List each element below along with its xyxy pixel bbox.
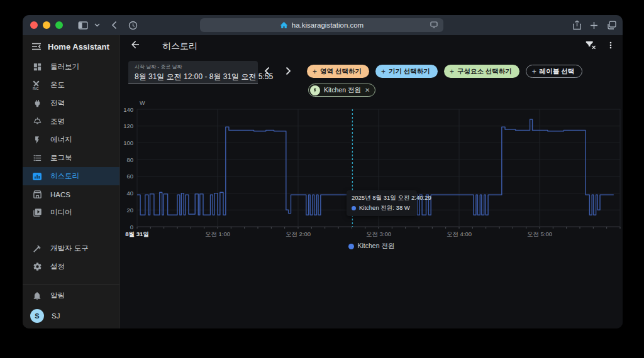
main-content: 히스토리 시작 날짜 - 종료 날짜 8월 31일 오전 12:00 - 8월 … — [120, 35, 623, 328]
plus-icon: + — [381, 67, 386, 76]
new-tab-icon[interactable] — [590, 21, 598, 30]
page-title: 히스토리 — [162, 41, 197, 52]
thermostat-rc-icon: R/C — [31, 80, 43, 91]
sidebar-item-light[interactable]: 조명 — [23, 112, 119, 131]
list-bulleted-icon — [31, 153, 43, 164]
previous-period-button[interactable] — [264, 67, 277, 75]
select-label-chip[interactable]: + 레이블 선택 — [526, 65, 582, 78]
media-play-box-icon — [31, 207, 43, 219]
series-dot — [352, 206, 356, 210]
chart-tooltip: 2025년 8월 31일 오전 2:40:29 Kitchen 전원: 38 W — [347, 190, 417, 216]
kitchen-power-entity-chip[interactable]: Kitchen 전원 ✕ — [308, 84, 375, 97]
svg-text:R/C: R/C — [33, 87, 39, 90]
sidebar-item-temperature[interactable]: R/C 온도 — [23, 76, 119, 94]
dashboard-icon — [31, 62, 43, 73]
menu-open-icon[interactable] — [31, 43, 42, 50]
svg-text:W: W — [140, 100, 145, 106]
ceiling-light-icon — [31, 116, 43, 127]
sidebar-item-developer-tools[interactable]: 개발자 도구 — [23, 239, 119, 258]
svg-text:60: 60 — [126, 173, 133, 180]
svg-text:0: 0 — [130, 224, 133, 231]
date-range-label: 시작 날짜 - 종료 날짜 — [135, 63, 252, 70]
sidebar-item-energy[interactable]: 에너지 — [23, 131, 119, 149]
browser-toolbar: ha.kisaragistation.com — [23, 15, 623, 35]
tooltip-value: Kitchen 전원: 38 W — [359, 204, 410, 212]
sidebar: Home Assistant 둘러보기 R/C 온도 전력 조명 — [23, 35, 120, 328]
hammer-icon — [31, 243, 43, 254]
history-chart-icon — [31, 171, 43, 182]
history-clock-icon[interactable] — [128, 21, 138, 30]
sidebar-item-power[interactable]: 전력 — [23, 94, 119, 112]
sidebar-spacer — [23, 222, 119, 239]
svg-text:오전 3:00: 오전 3:00 — [366, 231, 391, 237]
svg-text:오전 1:00: 오전 1:00 — [205, 231, 230, 237]
flash-icon — [310, 85, 320, 95]
sidebar-toggle-icon[interactable] — [78, 21, 88, 30]
filter-remove-icon[interactable] — [586, 40, 597, 51]
next-period-button[interactable] — [286, 67, 298, 75]
svg-text:8월 31일: 8월 31일 — [125, 231, 149, 237]
select-device-chip[interactable]: + 기기 선택하기 — [375, 65, 438, 78]
traffic-lights — [30, 21, 63, 29]
sidebar-item-overview[interactable]: 둘러보기 — [23, 58, 119, 76]
home-assistant-favicon — [280, 21, 288, 29]
sidebar-item-settings[interactable]: 설정 — [23, 258, 119, 276]
sidebar-item-hacs[interactable]: HACS — [23, 185, 119, 203]
filter-chips: + 영역 선택하기 + 기기 선택하기 + 구성요소 선택하기 + 레이블 선택 — [307, 65, 582, 78]
gear-icon — [31, 261, 43, 273]
svg-text:오전 2:00: 오전 2:00 — [286, 231, 311, 237]
share-icon[interactable] — [573, 20, 581, 30]
svg-text:100: 100 — [123, 139, 133, 146]
lightning-bolt-icon — [31, 134, 43, 146]
svg-text:오전 5:00: 오전 5:00 — [527, 231, 552, 237]
svg-text:80: 80 — [126, 156, 133, 163]
back-button[interactable] — [130, 39, 141, 50]
sidebar-divider — [23, 285, 119, 285]
sidebar-item-notifications[interactable]: 알림 — [23, 286, 119, 305]
svg-text:120: 120 — [123, 122, 133, 129]
svg-text:20: 20 — [126, 207, 133, 214]
svg-text:40: 40 — [126, 190, 133, 197]
screen: ha.kisaragistation.com — [0, 0, 644, 358]
power-plug-icon — [31, 98, 43, 109]
plus-icon: + — [313, 67, 317, 76]
select-entity-chip[interactable]: + 구성요소 선택하기 — [444, 65, 519, 78]
chevron-down-icon[interactable] — [94, 23, 100, 27]
select-area-chip[interactable]: + 영역 선택하기 — [307, 65, 369, 78]
app-title: Home Assistant — [48, 42, 109, 52]
overflow-menu-icon[interactable] — [606, 40, 616, 51]
page-settings-icon[interactable] — [430, 21, 438, 29]
legend-label: Kitchen 전원 — [358, 242, 395, 251]
tab-overview-icon[interactable] — [607, 21, 616, 30]
browser-back-icon[interactable] — [111, 21, 117, 30]
legend-dot — [348, 244, 354, 249]
address-bar[interactable]: ha.kisaragistation.com — [200, 18, 443, 32]
app-header: 히스토리 — [120, 35, 623, 57]
hacs-store-icon — [31, 189, 43, 200]
url-text: ha.kisaragistation.com — [292, 21, 364, 29]
plus-icon: + — [532, 67, 536, 76]
close-window-button[interactable] — [30, 21, 38, 29]
bell-icon — [31, 290, 43, 301]
power-history-chart[interactable]: 020406080100120140W8월 31일오전 1:00오전 2:00오… — [120, 98, 623, 255]
avatar: S — [30, 309, 44, 323]
sidebar-item-history[interactable]: 히스토리 — [23, 167, 119, 185]
plus-icon: + — [450, 67, 454, 76]
zoom-window-button[interactable] — [55, 21, 63, 29]
minimize-window-button[interactable] — [43, 21, 50, 29]
sidebar-header: Home Assistant — [23, 35, 119, 58]
sidebar-item-logbook[interactable]: 로그북 — [23, 149, 119, 167]
svg-text:오전 4:00: 오전 4:00 — [447, 231, 472, 237]
remove-entity-icon[interactable]: ✕ — [365, 87, 370, 94]
tooltip-timestamp: 2025년 8월 31일 오전 2:40:29 — [352, 194, 412, 202]
chart-legend[interactable]: Kitchen 전원 — [120, 242, 623, 251]
browser-window: ha.kisaragistation.com — [23, 15, 623, 328]
sidebar-item-profile[interactable]: S SJ — [23, 305, 119, 327]
sidebar-item-media[interactable]: 미디어 — [23, 203, 119, 222]
date-range-value: 8월 31일 오전 12:00 - 8월 31일 오전 5:55 — [135, 72, 252, 82]
svg-text:140: 140 — [123, 106, 133, 113]
date-range-picker[interactable]: 시작 날짜 - 종료 날짜 8월 31일 오전 12:00 - 8월 31일 오… — [128, 61, 258, 84]
